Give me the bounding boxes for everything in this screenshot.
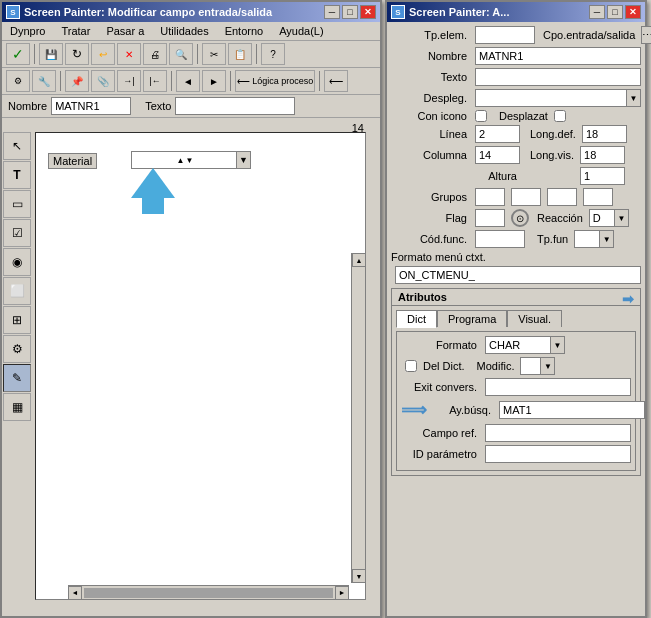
- columna-input[interactable]: [475, 146, 520, 164]
- minimize-button[interactable]: ─: [324, 5, 340, 19]
- refresh-button[interactable]: ↻: [65, 43, 89, 65]
- grupos-input2[interactable]: [511, 188, 541, 206]
- find-button[interactable]: 🔍: [169, 43, 193, 65]
- stop-button[interactable]: ✕: [117, 43, 141, 65]
- menu-entorno[interactable]: Entorno: [221, 24, 268, 38]
- save-button[interactable]: 💾: [39, 43, 63, 65]
- button-tool[interactable]: ▦: [3, 393, 31, 421]
- conicono-checkbox[interactable]: [475, 110, 487, 122]
- flag-input[interactable]: [475, 209, 505, 227]
- tool3[interactable]: 📌: [65, 70, 89, 92]
- modific-arrow[interactable]: ▼: [540, 358, 554, 374]
- close-button[interactable]: ✕: [360, 5, 376, 19]
- menu-utilidades[interactable]: Utilidades: [156, 24, 212, 38]
- tool2[interactable]: 🔧: [32, 70, 56, 92]
- reaccion-input[interactable]: [590, 211, 614, 225]
- longdef-input[interactable]: [582, 125, 627, 143]
- tab-programa[interactable]: Programa: [437, 310, 507, 327]
- tab-dict[interactable]: Dict: [396, 310, 437, 328]
- cpo-btn[interactable]: ⋯: [641, 26, 651, 44]
- box-tool[interactable]: ▭: [3, 190, 31, 218]
- props-nombre-input[interactable]: [475, 47, 641, 65]
- modific-dropdown[interactable]: ▼: [520, 357, 555, 375]
- formato-menu-row: Formato menú ctxt.: [391, 251, 641, 263]
- deldict-checkbox[interactable]: [405, 360, 417, 372]
- props-texto-input[interactable]: [475, 68, 641, 86]
- tool1[interactable]: ⚙: [6, 70, 30, 92]
- camporef-input[interactable]: [485, 424, 631, 442]
- scroll-right-btn[interactable]: ►: [335, 586, 349, 600]
- text-tool[interactable]: T: [3, 161, 31, 189]
- linea-input[interactable]: [475, 125, 520, 143]
- nav-right[interactable]: ►: [202, 70, 226, 92]
- menu-pasar[interactable]: Pasar a: [102, 24, 148, 38]
- tpelem-input[interactable]: [475, 26, 535, 44]
- help-button[interactable]: ?: [261, 43, 285, 65]
- logic-btn[interactable]: ⟵ Lógica proceso: [235, 70, 315, 92]
- formato-menu-input[interactable]: [395, 266, 641, 284]
- reaccion-dropdown[interactable]: ▼: [589, 209, 629, 227]
- table-tool[interactable]: ⊞: [3, 306, 31, 334]
- check-button[interactable]: ✓: [6, 43, 30, 65]
- formato-input[interactable]: [486, 338, 550, 352]
- props-close-button[interactable]: ✕: [625, 5, 641, 19]
- despleg-dropdown[interactable]: ▼: [475, 89, 641, 107]
- maximize-button[interactable]: □: [342, 5, 358, 19]
- longvis-input[interactable]: [580, 146, 625, 164]
- tool5[interactable]: →|: [117, 70, 141, 92]
- nav-left[interactable]: ◄: [176, 70, 200, 92]
- exitconvers-input[interactable]: [485, 378, 631, 396]
- field-input-area[interactable]: ▲ ▼ ▼: [131, 151, 251, 169]
- back-button[interactable]: ↩: [91, 43, 115, 65]
- flag-icon[interactable]: ⊙: [511, 209, 529, 227]
- menu-dynpro[interactable]: Dynpro: [6, 24, 49, 38]
- tool6[interactable]: |←: [143, 70, 167, 92]
- cut-button[interactable]: ✂: [202, 43, 226, 65]
- atributos-arrow-btn[interactable]: ➡: [622, 291, 634, 307]
- copy-button[interactable]: 📋: [228, 43, 252, 65]
- nombre-input[interactable]: [51, 97, 131, 115]
- grupos-input3[interactable]: [547, 188, 577, 206]
- tpfun-dropdown[interactable]: ▼: [574, 230, 614, 248]
- aybusq-input[interactable]: [499, 401, 645, 419]
- despleg-input[interactable]: [476, 91, 626, 105]
- tab-visual[interactable]: Visual.: [507, 310, 562, 327]
- canvas-area[interactable]: Material ▲ ▼ ▼ ▲ ▼ ◄ ►: [35, 132, 366, 600]
- frame-tool[interactable]: ⬜: [3, 277, 31, 305]
- reaccion-arrow[interactable]: ▼: [614, 210, 628, 226]
- row-number: 14: [352, 122, 364, 134]
- return-btn[interactable]: ⟵: [324, 70, 348, 92]
- tool4[interactable]: 📎: [91, 70, 115, 92]
- canvas-scrollbar-h[interactable]: ◄ ►: [68, 585, 349, 599]
- altura-input[interactable]: [580, 167, 625, 185]
- modific-input[interactable]: [521, 359, 540, 373]
- scroll-down-btn[interactable]: ▼: [352, 569, 366, 583]
- radio-tool[interactable]: ◉: [3, 248, 31, 276]
- subscreen-tool[interactable]: ⚙: [3, 335, 31, 363]
- select-tool[interactable]: ↖: [3, 132, 31, 160]
- scroll-up-btn[interactable]: ▲: [352, 253, 366, 267]
- props-maximize-button[interactable]: □: [607, 5, 623, 19]
- field-tool[interactable]: ✎: [3, 364, 31, 392]
- grupos-input4[interactable]: [583, 188, 613, 206]
- tpfun-input[interactable]: [575, 232, 599, 246]
- idparametro-label: ID parámetro: [401, 448, 481, 460]
- props-titlebar-buttons: ─ □ ✕: [589, 5, 641, 19]
- formato-arrow[interactable]: ▼: [550, 337, 564, 353]
- texto-input[interactable]: [175, 97, 295, 115]
- print-button[interactable]: 🖨: [143, 43, 167, 65]
- idparametro-input[interactable]: [485, 445, 631, 463]
- despleg-arrow[interactable]: ▼: [626, 90, 640, 106]
- formato-dropdown[interactable]: ▼: [485, 336, 565, 354]
- checkbox-tool[interactable]: ☑: [3, 219, 31, 247]
- tpfun-arrow[interactable]: ▼: [599, 231, 613, 247]
- menu-tratar[interactable]: Tratar: [57, 24, 94, 38]
- menu-ayuda[interactable]: Ayuda(L): [275, 24, 327, 38]
- scroll-left-btn[interactable]: ◄: [68, 586, 82, 600]
- desplazat-checkbox[interactable]: [554, 110, 566, 122]
- props-minimize-button[interactable]: ─: [589, 5, 605, 19]
- formato-row: Formato ▼: [401, 336, 631, 354]
- codfunc-input[interactable]: [475, 230, 525, 248]
- field-dropdown-btn[interactable]: ▼: [236, 152, 250, 168]
- grupos-input1[interactable]: [475, 188, 505, 206]
